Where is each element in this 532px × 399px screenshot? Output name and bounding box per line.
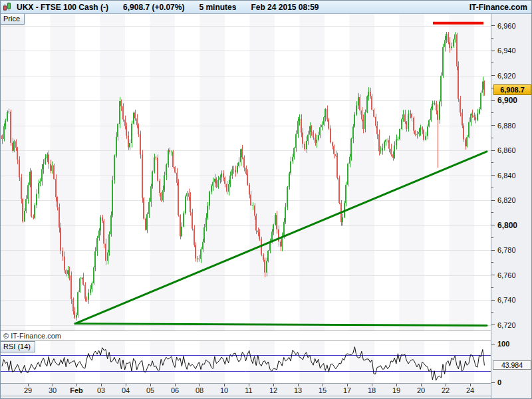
axis-tick-mark [491,112,493,113]
last-price-tag: 6,908.7 [493,84,531,95]
x-axis-tick-label: 03 [97,386,105,394]
instrument-title: UKX - FTSE 100 Cash (-) [17,3,108,12]
x-axis-tick-label: 06 [171,386,179,394]
x-axis: 2930Feb03040506081011121315171819202224 [1,383,491,396]
x-axis-tick-label: 18 [368,386,376,394]
x-axis-tick-label: 11 [245,386,252,394]
axis-tick-mark [491,138,493,138]
axis-tick-label: 6,780 [497,246,516,254]
x-axis-tick-label: 24 [466,386,474,394]
axis-tick-mark [491,188,493,188]
x-axis-tick-label: 17 [343,386,351,394]
axis-tick-label: 6,900 [497,96,517,105]
candlestick-icon [3,2,13,12]
x-axis-tick-label: Feb [70,386,83,394]
axis-tick-mark [491,100,495,101]
axis-tick-mark [491,75,495,76]
axis-tick-label: 6,860 [497,146,516,154]
axis-tick-label: 6,940 [497,47,516,55]
axis-tick-mark [491,250,495,251]
axis-tick-mark [491,212,493,213]
axis-tick-mark [491,325,495,325]
x-axis-tick-label: 30 [49,386,57,394]
x-axis-tick-label: 15 [319,386,327,394]
axis-tick-label: 6,760 [497,271,516,279]
datetime-label: Feb 24 2015 08:59 [251,3,319,12]
copyright-text: © IT-Finance.com [3,332,61,340]
axis-tick-label: 6,920 [497,72,516,80]
axis-tick-mark [491,225,495,225]
rsi-chart-canvas[interactable] [1,341,491,383]
axis-tick-mark [491,262,493,263]
axis-tick-mark [491,312,493,313]
x-axis-tick-label: 19 [392,386,400,394]
axis-tick-mark [491,382,495,383]
axis-tick-label: 6,820 [497,196,516,204]
titlebar: UKX - FTSE 100 Cash (-) 6,908.7 (+0.07%)… [1,1,531,14]
x-axis-tick-label: 20 [417,386,425,394]
axis-tick-mark [491,25,495,26]
axis-tick-mark [491,300,495,301]
tab-rsi-indicator[interactable]: RSI (14) [1,341,35,352]
axis-tick-label: 6,840 [497,172,516,180]
x-axis-tick-label: 29 [24,386,32,394]
x-axis-tick-label: 04 [122,386,130,394]
axis-tick-mark [491,200,495,201]
x-axis-tick-label: 08 [196,386,203,394]
price-chart-area[interactable] [1,13,491,331]
axis-tick-label: 6,800 [497,221,517,230]
price-axis: 6,9606,9406,9206,9006,8806,8606,8406,820… [491,1,532,399]
x-axis-tick-label: 13 [294,386,302,394]
copyright-strip: © IT-Finance.com [1,331,491,341]
axis-tick-mark [491,125,495,126]
axis-tick-mark [491,162,493,163]
x-axis-tick-label: 22 [442,386,450,394]
axis-tick-label: 6,880 [497,122,516,130]
axis-tick-label: 6,720 [497,321,516,329]
rsi-axis-max-label: 100 [497,340,509,348]
axis-tick-mark [491,51,495,51]
rsi-value-tag: 43.984 [493,360,531,370]
price-chart-canvas[interactable] [1,13,491,331]
axis-tick-mark [491,38,493,39]
axis-tick-mark [491,63,493,63]
axis-tick-mark [491,287,493,288]
axis-tick-mark [491,275,495,275]
axis-tick-label: 6,740 [497,296,516,304]
tab-price[interactable]: Price [1,13,25,25]
rsi-chart-area[interactable] [1,341,491,383]
chart-window: UKX - FTSE 100 Cash (-) 6,908.7 (+0.07%)… [0,0,532,399]
axis-tick-mark [491,237,493,238]
axis-tick-label: 6,960 [497,22,516,30]
brand-link[interactable]: IT-Finance.com [469,3,527,12]
last-quote: 6,908.7 (+0.07%) [123,3,184,12]
timeframe-label: 5 minutes [199,3,236,12]
x-axis-tick-label: 05 [146,386,154,394]
axis-tick-mark [491,175,495,176]
x-axis-tick-label: 10 [220,386,228,394]
x-axis-tick-label: 12 [269,386,277,394]
axis-tick-mark [491,150,495,151]
rsi-axis-min-label: 0 [497,378,501,386]
axis-tick-mark [491,344,495,344]
